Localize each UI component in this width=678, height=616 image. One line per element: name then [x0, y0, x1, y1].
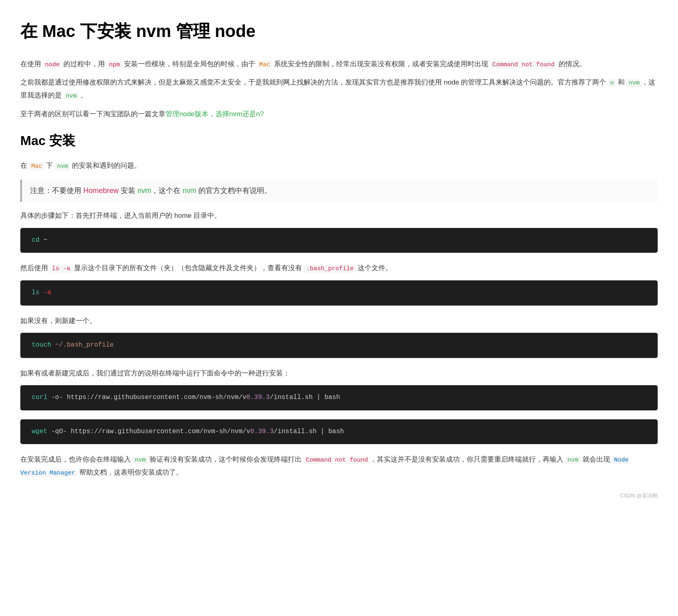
code-touch: touch — [32, 341, 51, 349]
inline-code-mac: Mac — [257, 61, 272, 69]
code-block-touch: touch ~/.bash_profile — [20, 333, 658, 358]
csdn-watermark: CSDN @吴法刚 — [20, 491, 658, 501]
inline-code-nvm2: nvm — [64, 92, 79, 100]
code-block-wget: wget -qO- https://raw.githubusercontent.… — [20, 419, 658, 445]
intro-section: 在使用 node 的过程中，用 npm 安装一些模块，特别是全局包的时候，由于 … — [20, 58, 658, 121]
inline-code-nvm-final: nvm — [133, 456, 148, 464]
code-cmd-tilde: ~ — [39, 236, 47, 244]
inline-code-command-not-found2: Command not found — [304, 456, 370, 464]
intro-para1: 在使用 node 的过程中，用 npm 安装一些模块，特别是全局包的时候，由于 … — [20, 58, 658, 71]
inline-code-nvm-final2: nvm — [565, 456, 580, 464]
code-curl: curl — [32, 394, 47, 401]
mac-install-heading: Mac 安装 — [20, 129, 658, 152]
code-block-cd: cd ~ — [20, 228, 658, 253]
homebrew-text: Homebrew — [83, 187, 119, 195]
inline-code-n: n — [608, 79, 616, 87]
code-block-curl: curl -o- https://raw.githubusercontent.c… — [20, 385, 658, 410]
code-version2: 0.39.3 — [250, 428, 274, 435]
inline-code-npm: npm — [107, 61, 122, 69]
code-ls-flag: -a — [43, 289, 51, 296]
inline-code-bash-profile: .bash_profile — [304, 265, 356, 273]
nvm-text: nvm — [137, 187, 151, 195]
inline-code-command-not-found: Command not found — [490, 61, 556, 69]
code-wget: wget — [32, 428, 47, 435]
final-para: 在安装完成后，也许你会在终端输入 nvm 验证有没有安装成功，这个时候你会发现终… — [20, 453, 658, 479]
code-touch-path: ~/.bash_profile — [55, 341, 114, 349]
taobao-article-link[interactable]: 管理node版本，选择nvm还是n? — [165, 110, 264, 118]
code-wget-path: /install.sh | bash — [274, 428, 344, 435]
intro-para3: 至于两者的区别可以看一下淘宝团队的一篇文章管理node版本，选择nvm还是n? — [20, 108, 658, 120]
nvm-text2: nvm — [183, 187, 196, 195]
code-version1: 0.39.3 — [246, 394, 270, 401]
ls-intro-para: 然后使用 ls -a 显示这个目录下的所有文件（夹）（包含隐藏文件及文件夹），查… — [20, 262, 658, 275]
note-block: 注意：不要使用 Homebrew 安装 nvm，这个在 nvm 的官方文档中有说… — [20, 180, 658, 202]
code-block-ls: ls -a — [20, 280, 658, 306]
code-ls: ls — [32, 289, 39, 296]
inline-code-nvm3: nvm — [55, 163, 70, 170]
mac-intro-para: 在 Mac 下 nvm 的安装和遇到的问题。 — [20, 159, 658, 172]
code-curl-flag: -o- https://raw.githubusercontent.com/nv… — [47, 394, 246, 401]
code-curl-path: /install.sh | bash — [270, 394, 340, 401]
inline-code-ls: ls -a — [50, 265, 72, 273]
inline-code-node: node — [43, 61, 62, 69]
inline-code-nvm1: nvm — [626, 79, 641, 87]
code-cmd-cd: cd — [32, 236, 39, 244]
mac-section: 在 Mac 下 nvm 的安装和遇到的问题。 注意：不要使用 Homebrew … — [20, 159, 658, 479]
no-file-para: 如果没有，则新建一个。 — [20, 315, 658, 327]
inline-code-mac2: Mac — [29, 163, 44, 170]
intro-para2: 之前我都是通过使用修改权限的方式来解决，但是太麻烦又感觉不太安全，于是我就到网上… — [20, 76, 658, 102]
code-wget-flag: -qO- https://raw.githubusercontent.com/n… — [47, 428, 250, 435]
page-title: 在 Mac 下安装 nvm 管理 node — [20, 16, 658, 46]
install-intro-para: 如果有或者新建完成后，我们通过官方的说明在终端中运行下面命令中的一种进行安装： — [20, 367, 658, 380]
steps-intro: 具体的步骤如下：首先打开终端，进入当前用户的 home 目录中。 — [20, 209, 658, 222]
